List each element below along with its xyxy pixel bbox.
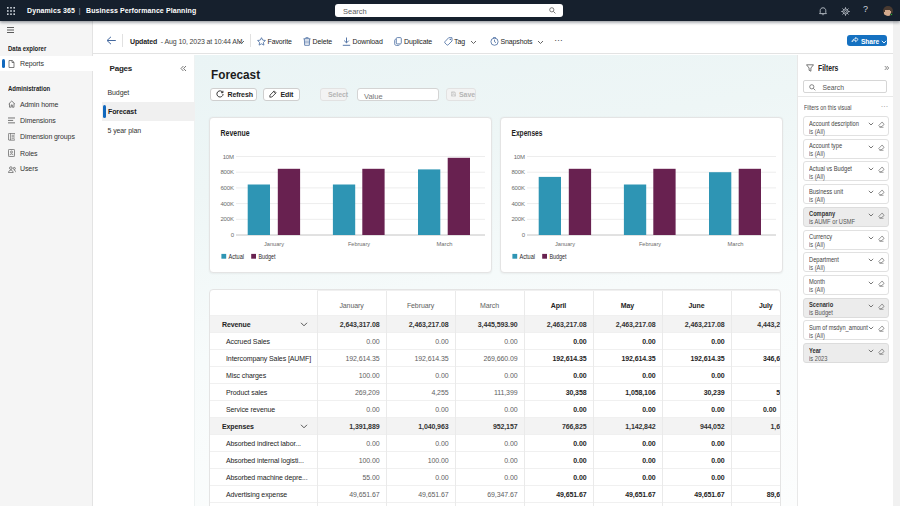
- svg-text:800K: 800K: [511, 169, 525, 175]
- svg-text:200K: 200K: [220, 216, 234, 222]
- svg-text:800K: 800K: [220, 169, 234, 175]
- svg-text:March: March: [728, 241, 744, 247]
- svg-text:February: February: [639, 241, 661, 247]
- svg-text:March: March: [437, 241, 453, 247]
- svg-text:Budget: Budget: [259, 253, 276, 261]
- svg-text:January: January: [555, 241, 575, 247]
- svg-text:400K: 400K: [220, 201, 234, 207]
- svg-text:Actual: Actual: [520, 253, 536, 260]
- svg-text:Budget: Budget: [550, 253, 567, 261]
- svg-text:10M: 10M: [223, 154, 234, 160]
- svg-text:February: February: [348, 241, 370, 247]
- svg-text:600K: 600K: [220, 185, 234, 191]
- svg-text:0: 0: [231, 232, 235, 238]
- svg-text:0: 0: [522, 232, 526, 238]
- svg-text:400K: 400K: [511, 201, 525, 207]
- svg-text:200K: 200K: [511, 216, 525, 222]
- svg-text:600K: 600K: [511, 185, 525, 191]
- svg-text:10M: 10M: [514, 154, 525, 160]
- svg-text:Actual: Actual: [229, 253, 245, 260]
- svg-text:Revenue: Revenue: [221, 128, 250, 138]
- svg-text:Expenses: Expenses: [512, 128, 543, 138]
- svg-text:January: January: [264, 241, 284, 247]
